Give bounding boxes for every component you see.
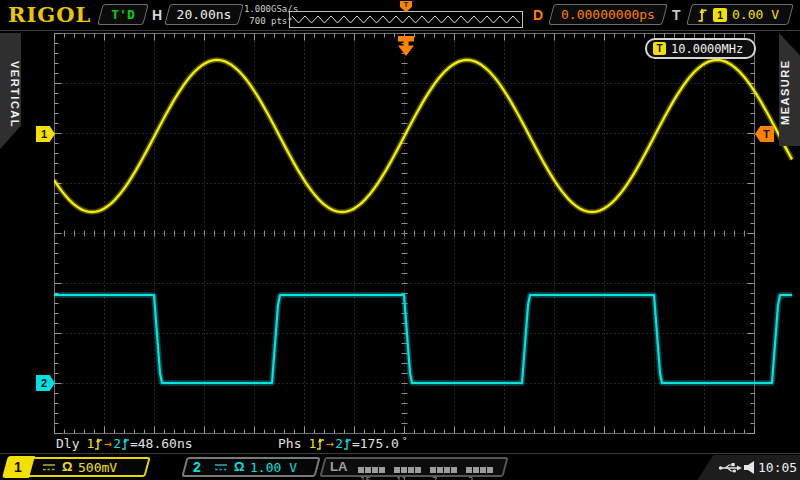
measurement-label: Phs <box>278 436 301 451</box>
timebase-value: 20.00ns <box>177 7 232 22</box>
la-channel-indicator <box>408 467 414 473</box>
sidebar-tab-vertical[interactable]: VERTICAL <box>0 33 21 149</box>
oscilloscope-screen: RIGOL T'D H 20.00ns 1.000GSa/s 700 pts* … <box>0 0 800 480</box>
la-channel-indicator <box>430 467 436 473</box>
logic-analyzer-status-box[interactable]: LA 151173 <box>322 457 506 477</box>
rising-edge-icon <box>121 437 130 450</box>
rising-edge-icon <box>316 437 325 450</box>
trigger-source-badge: 1 <box>713 8 727 22</box>
frequency-counter: T 10.0000MHz <box>645 38 756 59</box>
la-group: 15 <box>358 459 391 477</box>
clock-display: 10:05 <box>758 460 797 475</box>
horizontal-delay-box[interactable]: 0.00000000ps <box>551 4 665 25</box>
ch2-trace <box>54 295 792 383</box>
la-channel-indicator <box>365 467 371 473</box>
channel2-scale: 1.00 V <box>250 460 297 475</box>
memory-trigger-letter: T <box>400 1 412 9</box>
channel1-scale: 500mV <box>78 460 117 475</box>
la-group: 11 <box>394 459 427 477</box>
freq-counter-value: 10.0000MHz <box>671 42 743 56</box>
la-channel-indicator <box>394 467 400 473</box>
ch2-trace-glow <box>54 295 792 383</box>
measurement-unit: ° <box>402 436 407 446</box>
channel2-impedance: Ω <box>234 459 244 474</box>
la-channel-indicator <box>437 467 443 473</box>
measurement-to-ch: 2 <box>335 436 343 451</box>
channel2-status-box[interactable]: 2 Ω 1.00 V <box>184 457 318 477</box>
la-channel-indicator <box>372 467 378 473</box>
ch1-level-marker[interactable]: 1 <box>36 126 55 142</box>
channel1-number: 1 <box>14 459 22 475</box>
trigger-status: T'D <box>111 7 134 22</box>
waveform-display <box>54 33 800 434</box>
measurement-delay: Dly 1 → 2 =48.60ns <box>56 436 193 451</box>
freq-counter-source-badge: T <box>653 42 666 55</box>
horizontal-label: H <box>152 7 162 23</box>
memory-position-bar[interactable] <box>289 11 523 28</box>
channel1-status-box[interactable]: 1 Ω 500mV <box>6 457 148 477</box>
topbar-separator <box>0 30 800 31</box>
la-channel-indicator <box>379 467 385 473</box>
channel1-impedance: Ω <box>62 459 72 474</box>
timebase-box[interactable]: 20.00ns <box>167 4 241 25</box>
la-channel-indicator <box>444 467 450 473</box>
usb-icon <box>718 462 744 474</box>
dc-coupling-icon <box>214 463 228 472</box>
measurement-phase: Phs 1 → 2 =175.0 ° <box>278 436 407 451</box>
trigger-level-value: 0.00 V <box>732 7 779 22</box>
ch1-trace <box>54 60 792 212</box>
la-channel-indicator <box>466 467 472 473</box>
la-channel-indicator <box>358 467 364 473</box>
trigger-status-box: T'D <box>100 4 146 25</box>
trigger-label: T <box>672 7 681 23</box>
channel2-number: 2 <box>193 459 201 475</box>
arrow-icon: → <box>326 436 334 451</box>
speaker-icon <box>744 461 756 474</box>
ch1-trace-glow <box>54 60 792 212</box>
delay-label: D <box>533 7 543 23</box>
measurement-to-ch: 2 <box>113 436 121 451</box>
bottom-channel-bar: 1 Ω 500mV 2 Ω 1.00 V LA 151173 <box>0 455 800 480</box>
la-channel-indicator <box>473 467 479 473</box>
ch2-level-marker[interactable]: 2 <box>36 375 55 391</box>
top-status-bar: RIGOL T'D H 20.00ns 1.000GSa/s 700 pts* … <box>0 0 800 30</box>
la-channel-indicator <box>480 467 486 473</box>
la-channel-indicator <box>487 467 493 473</box>
measurement-value: =175.0 <box>352 436 399 451</box>
la-label: LA <box>330 459 347 474</box>
memory-waveform-icon <box>292 16 520 23</box>
arrow-icon: → <box>104 436 112 451</box>
la-group: 7 <box>430 459 463 477</box>
measurement-from-ch: 1 <box>86 436 94 451</box>
la-group: 3 <box>466 459 499 477</box>
delay-value: 0.00000000ps <box>561 7 655 22</box>
la-channel-groups: 151173 <box>358 457 504 477</box>
measurement-row: Dly 1 → 2 =48.60ns Phs 1 → 2 =175.0 ° <box>0 436 800 453</box>
trigger-settings-box[interactable]: 1 0.00 V <box>689 4 791 25</box>
measurement-label: Dly <box>56 436 79 451</box>
measurement-value: =48.60ns <box>130 436 193 451</box>
rising-edge-icon <box>697 7 708 22</box>
bottombar-separator <box>0 453 800 454</box>
measurement-from-ch: 1 <box>308 436 316 451</box>
rigol-logo: RIGOL <box>8 2 91 27</box>
dc-coupling-icon <box>42 463 56 472</box>
la-channel-indicator <box>415 467 421 473</box>
la-channel-indicator <box>401 467 407 473</box>
system-status-panel: 10:05 <box>686 455 800 480</box>
rising-edge-icon <box>94 437 103 450</box>
la-channel-indicator <box>451 467 457 473</box>
rising-edge-icon <box>343 437 352 450</box>
